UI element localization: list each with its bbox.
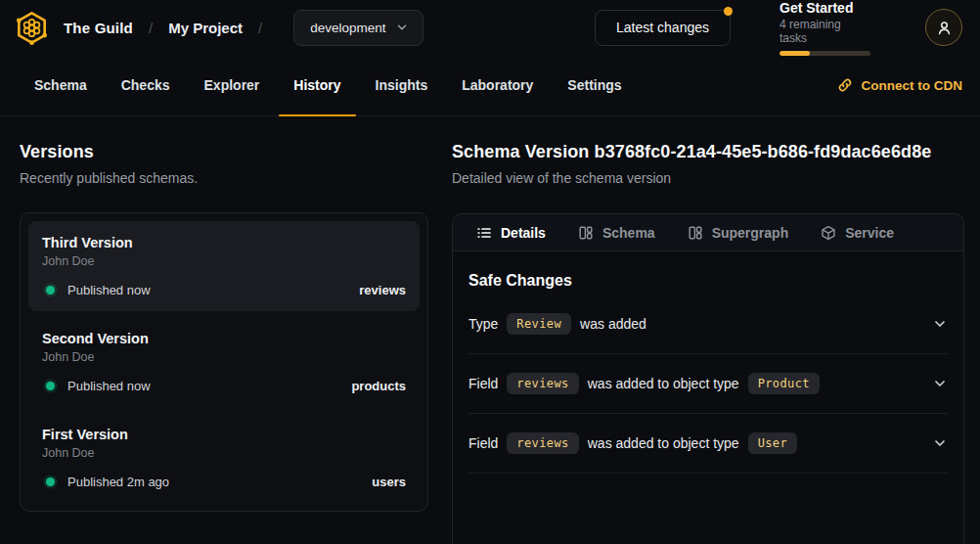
detail-tab-supergraph[interactable]: Supergraph xyxy=(688,225,789,241)
tab-insights[interactable]: Insights xyxy=(361,55,443,115)
user-icon xyxy=(936,20,953,36)
change-kind: Field xyxy=(468,435,498,451)
change-row-field-product[interactable]: Field reviews was added to object type P… xyxy=(468,354,948,414)
detail-tab-label: Schema xyxy=(602,225,655,241)
safe-changes-heading: Safe Changes xyxy=(468,272,948,290)
published-label: Published 2m ago xyxy=(67,475,169,489)
versions-list: Third Version John Doe Published now rev… xyxy=(20,212,428,512)
version-title: First Version xyxy=(42,427,406,442)
schema-version-title: Schema Version b3768fc0-21a4-45e5-b686-f… xyxy=(452,142,964,162)
change-kind: Field xyxy=(468,376,498,391)
detail-tab-schema[interactable]: Schema xyxy=(578,225,655,241)
target-nav: Schema Checks Explorer History Insights … xyxy=(0,55,980,116)
schema-version-panel: Schema Version b3768fc0-21a4-45e5-b686-f… xyxy=(452,142,964,544)
get-started-widget[interactable]: Get Started 4 remaining tasks xyxy=(780,0,870,56)
chevron-down-icon xyxy=(395,21,409,34)
detail-tab-service[interactable]: Service xyxy=(821,225,894,241)
version-author: John Doe xyxy=(42,446,406,460)
detail-tab-label: Service xyxy=(845,225,894,241)
published-label: Published now xyxy=(67,283,151,297)
project-breadcrumb[interactable]: My Project xyxy=(168,20,243,36)
breadcrumb-separator: / xyxy=(256,20,264,36)
detail-tab-details[interactable]: Details xyxy=(476,225,546,241)
link-icon xyxy=(837,77,853,93)
change-row-type-review[interactable]: Type Review was added xyxy=(468,295,948,354)
box-icon xyxy=(821,225,836,241)
detail-tab-label: Supergraph xyxy=(712,225,789,241)
change-text: was added to object type xyxy=(588,376,739,391)
main-content: Versions Recently published schemas. Thi… xyxy=(0,116,980,544)
schema-version-subtitle: Detailed view of the schema version xyxy=(452,170,964,186)
change-name-badge: reviews xyxy=(507,432,578,454)
version-item-first[interactable]: First Version John Doe Published 2m ago … xyxy=(28,413,420,503)
object-type-badge: User xyxy=(748,432,798,454)
change-text: was added to object type xyxy=(588,435,739,451)
tab-laboratory[interactable]: Laboratory xyxy=(447,55,548,115)
tab-history[interactable]: History xyxy=(279,55,355,115)
version-item-second[interactable]: Second Version John Doe Published now pr… xyxy=(28,317,420,407)
connect-to-cdn-label: Connect to CDN xyxy=(862,78,963,93)
change-row-field-user[interactable]: Field reviews was added to object type U… xyxy=(468,414,948,474)
versions-panel: Versions Recently published schemas. Thi… xyxy=(20,142,428,544)
user-avatar-button[interactable] xyxy=(925,9,962,46)
topbar: The Guild / My Project / development Lat… xyxy=(0,0,980,55)
version-item-third[interactable]: Third Version John Doe Published now rev… xyxy=(28,221,420,311)
published-label: Published now xyxy=(67,379,151,393)
change-name-badge: reviews xyxy=(507,373,578,394)
published-status-icon xyxy=(46,477,55,486)
versions-subtitle: Recently published schemas. xyxy=(20,170,428,186)
service-name: reviews xyxy=(359,283,406,297)
target-selector[interactable]: development xyxy=(293,10,423,46)
change-kind: Type xyxy=(468,316,498,332)
org-breadcrumb[interactable]: The Guild xyxy=(64,20,133,36)
expand-chevron-icon[interactable] xyxy=(932,435,948,451)
published-status-icon xyxy=(46,382,55,390)
latest-changes-button[interactable]: Latest changes xyxy=(595,10,731,46)
version-title: Third Version xyxy=(42,235,406,250)
latest-changes-label: Latest changes xyxy=(616,20,709,35)
tab-checks[interactable]: Checks xyxy=(107,55,185,115)
version-author: John Doe xyxy=(42,350,406,364)
hive-logo-icon[interactable] xyxy=(14,10,50,46)
expand-chevron-icon[interactable] xyxy=(932,316,948,332)
detail-tabs: Details Schema Supergr xyxy=(453,214,963,251)
versions-title: Versions xyxy=(20,142,428,162)
target-selector-value: development xyxy=(310,21,385,35)
get-started-subtitle: 4 remaining tasks xyxy=(780,18,870,45)
connect-to-cdn-button[interactable]: Connect to CDN xyxy=(837,55,963,115)
service-name: products xyxy=(351,379,406,393)
change-name-badge: Review xyxy=(507,313,571,335)
change-text: was added xyxy=(580,316,646,332)
published-status-icon xyxy=(46,286,55,295)
breadcrumb-separator: / xyxy=(147,20,155,36)
tab-explorer[interactable]: Explorer xyxy=(190,55,275,115)
panels-icon xyxy=(688,225,703,241)
list-icon xyxy=(476,225,492,241)
detail-tab-label: Details xyxy=(501,225,546,241)
progress-fill xyxy=(780,51,810,56)
panels-icon xyxy=(578,225,594,241)
version-title: Second Version xyxy=(42,331,406,346)
notification-dot xyxy=(724,7,733,16)
service-name: users xyxy=(372,475,406,489)
tab-schema[interactable]: Schema xyxy=(20,55,102,115)
schema-version-detail-card: Details Schema Supergr xyxy=(452,213,964,544)
get-started-title: Get Started xyxy=(780,0,870,16)
object-type-badge: Product xyxy=(748,373,820,394)
tab-settings[interactable]: Settings xyxy=(553,55,636,115)
expand-chevron-icon[interactable] xyxy=(932,376,948,391)
version-author: John Doe xyxy=(42,254,406,268)
